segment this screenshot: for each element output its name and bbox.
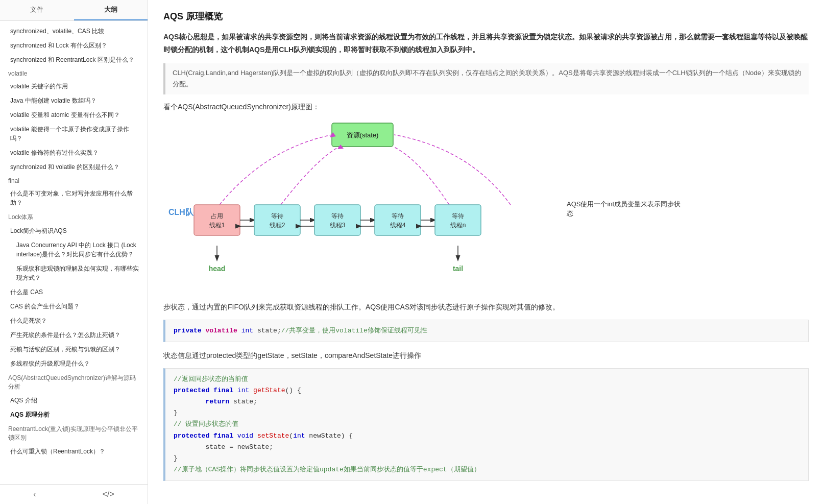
svg-text:线程3: 线程3 (330, 222, 346, 229)
sidebar-item-deadlock-prevent[interactable]: 产生死锁的条件是什么？怎么防止死锁？ (0, 328, 148, 342)
code-block-1: private volatile int state;//共享变量，使用vola… (163, 320, 809, 342)
sidebar-item-volatile-keyword[interactable]: volatile 关键字的作用 (0, 79, 148, 93)
svg-text:等待: 等待 (271, 212, 283, 220)
main-content: AQS 原理概览 AQS核心思想是，如果被请求的共享资源空闲，则将当前请求资源的… (148, 0, 824, 504)
sidebar-tabs: 文件 大纲 (0, 0, 148, 21)
sidebar-item-volatile-atomic2[interactable]: volatile 能使得一个非原子操作变成原子操作吗？ (0, 122, 148, 146)
tab-file[interactable]: 文件 (0, 0, 74, 20)
state-info-text: 状态信息通过protected类型的getState，setState，comp… (163, 349, 809, 362)
sidebar-item-cas-problems[interactable]: CAS 的会产生什么问题？ (0, 299, 148, 314)
svg-text:head: head (209, 265, 226, 273)
svg-rect-20 (375, 205, 421, 235)
svg-text:等待: 等待 (392, 212, 404, 220)
nav-back-button[interactable]: ‹ (29, 489, 40, 500)
sidebar-item-lock-pessimistic[interactable]: 乐观锁和悲观锁的理解及如何实现，有哪些实现方式？ (0, 261, 148, 285)
svg-text:线程1: 线程1 (209, 222, 225, 229)
sidebar-item-sync-volatile-diff[interactable]: synchronized 和 volatile 的区别是什么？ (0, 160, 148, 174)
sidebar-item-volatile[interactable]: volatile (0, 67, 148, 79)
sidebar-item-lock-api[interactable]: Java Concurrency API 中的 Lock 接口 (Lock in… (0, 238, 148, 261)
svg-rect-15 (314, 205, 360, 235)
svg-text:线程n: 线程n (450, 222, 466, 229)
sidebar-item-live-dead-diff[interactable]: 死锁与活锁的区别，死锁与饥饿的区别？ (0, 342, 148, 356)
sidebar-item-aqs-intro[interactable]: AQS 介绍 (0, 393, 148, 407)
sidebar-item-volatile-array[interactable]: Java 中能创建 volatile 数组吗？ (0, 93, 148, 108)
diagram-label: 看个AQS(AbstractQueuedSynchronizer)原理图： (163, 103, 809, 112)
svg-text:等待: 等待 (452, 212, 464, 220)
intro-bold: AQS核心思想是，如果被请求的共享资源空闲，则将当前请求资源的线程设置为有效的工… (163, 33, 808, 54)
sidebar: 文件 大纲 synchronized、volatile、CAS 比较synchr… (0, 0, 148, 504)
svg-text:线程2: 线程2 (270, 222, 285, 229)
svg-text:等待: 等待 (331, 212, 344, 220)
sidebar-item-what-cas[interactable]: 什么是 CAS (0, 285, 148, 299)
aqs-diagram: 资源(state) CLH队列(FIFO) 占用 线程1 (163, 118, 562, 292)
svg-rect-5 (194, 205, 240, 235)
svg-rect-25 (435, 205, 481, 235)
diagram-side-note: AQS使用一个int成员变量来表示同步状态 (567, 200, 684, 218)
sidebar-content: synchronized、volatile、CAS 比较synchronized… (0, 21, 148, 484)
sidebar-item-sync-reentrant[interactable]: synchronized 和 ReentrantLock 区别是什么？ (0, 53, 148, 67)
blockquote: CLH(Craig,Landin,and Hagersten)队列是一个虚拟的双… (163, 63, 809, 94)
intro-text: AQS核心思想是，如果被请求的共享资源空闲，则将当前请求资源的线程设置为有效的工… (163, 31, 809, 56)
sidebar-item-sync-cas[interactable]: synchronized、volatile、CAS 比较 (0, 24, 148, 38)
sidebar-item-final-immutable[interactable]: 什么是不可变对象，它对写并发应用有什么帮助？ (0, 186, 148, 210)
sidebar-item-what-deadlock[interactable]: 什么是死锁？ (0, 314, 148, 328)
step-text: 步状态，通过内置的FIFO队列来完成获取资源线程的排队工作。AQS使用CAS对该… (163, 301, 809, 314)
sidebar-item-sync-lock[interactable]: synchronized 和 Lock 有什么区别？ (0, 38, 148, 53)
code-block-2: //返回同步状态的当前值 protected final int getStat… (163, 368, 809, 481)
sidebar-item-lock-system[interactable]: Lock体系 (0, 210, 148, 224)
sidebar-item-final[interactable]: final (0, 174, 148, 186)
svg-text:资源(state): 资源(state) (347, 131, 379, 139)
sidebar-item-aqs-principle[interactable]: AQS 原理分析 (0, 407, 148, 422)
svg-text:占用: 占用 (211, 212, 223, 220)
sidebar-item-what-reentrant[interactable]: 什么可重入锁（ReentrantLock）？ (0, 444, 148, 459)
sidebar-item-reentrantlock[interactable]: ReentrantLock(重入锁)实现原理与公平锁非公平锁区别 (0, 422, 148, 444)
svg-text:线程4: 线程4 (390, 222, 406, 229)
sidebar-item-volatile-atomic[interactable]: volatile 变量和 atomic 变量有什么不同？ (0, 108, 148, 122)
svg-rect-10 (254, 205, 300, 235)
svg-text:tail: tail (453, 265, 463, 273)
sidebar-item-lock-intro[interactable]: Lock简介与初识AQS (0, 224, 148, 238)
nav-code-button[interactable]: </> (99, 489, 118, 500)
tab-outline[interactable]: 大纲 (74, 0, 148, 20)
sidebar-item-multithread-upgrade[interactable]: 多线程锁的升级原理是什么？ (0, 356, 148, 371)
sidebar-item-aqs[interactable]: AQS(AbstractQueuedSynchronizer)详解与源码分析 (0, 371, 148, 393)
page-title: AQS 原理概览 (163, 10, 809, 22)
sidebar-item-volatile-modifier[interactable]: volatile 修饰符的有过什么实践？ (0, 146, 148, 160)
sidebar-bottom-bar: ‹ </> (0, 484, 148, 504)
